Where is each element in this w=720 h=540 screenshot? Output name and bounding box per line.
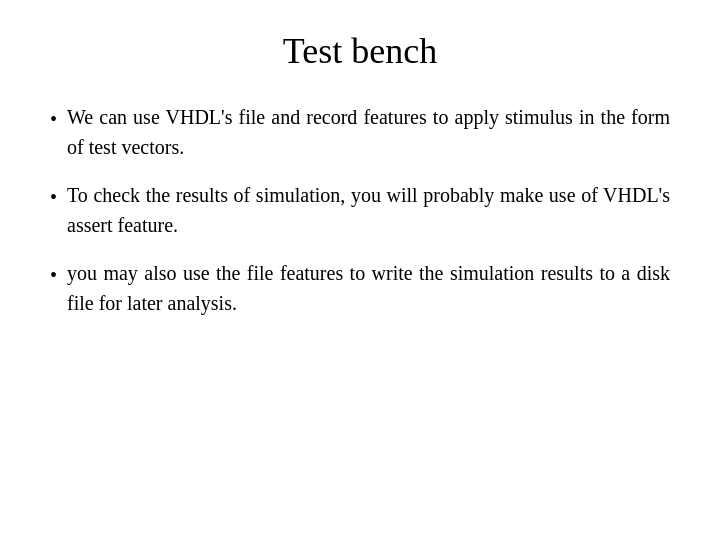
bullet-text-1: We can use VHDL's file and record featur… [67,102,670,162]
bullet-dot-2: • [50,182,57,212]
content-area: •We can use VHDL's file and record featu… [50,102,670,318]
bullet-dot-3: • [50,260,57,290]
page-title: Test bench [50,30,670,72]
bullet-item-1: •We can use VHDL's file and record featu… [50,102,670,162]
bullet-item-2: •To check the results of simulation, you… [50,180,670,240]
bullet-text-3: you may also use the file features to wr… [67,258,670,318]
bullet-item-3: •you may also use the file features to w… [50,258,670,318]
bullet-text-2: To check the results of simulation, you … [67,180,670,240]
bullet-dot-1: • [50,104,57,134]
